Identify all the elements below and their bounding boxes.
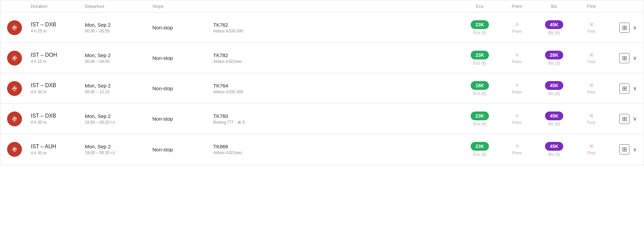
header-logo-col [7,4,31,9]
departure-time: 18:50 – 00:20 +1 [85,120,152,125]
departure-date: Mon, Sep 2 [85,52,152,58]
biz-fare-cell[interactable]: 45K Biz (3) [536,142,573,157]
route-duration: 4 h 30 m [31,151,85,155]
aircraft-type: Airbus A321neo · [213,59,461,64]
stops-cell: Non-stop [152,147,213,152]
eco-fare-cell[interactable]: 18K Eco (6) [461,81,498,96]
eco-label: Eco (6) [473,91,487,96]
aircraft-type: Airbus A330-300 [213,29,461,33]
first-fare-cell: ✕ First [573,22,610,34]
eco-label: Eco (6) [473,152,487,157]
eco-label: Eco (6) [473,122,487,126]
flight-details: TK762 Airbus A330-300 [213,22,461,33]
first-label: First [587,29,595,34]
flight-details: TK782 Airbus A321neo · [213,52,461,64]
expand-button[interactable]: ⊞ [619,53,629,63]
route-info: IST – AUH 4 h 30 m [31,144,85,155]
biz-badge[interactable]: 45K [545,20,563,29]
eco-fare-cell[interactable]: 23K Eco (6) [461,51,498,66]
route-info: IST – DOH 4 h 15 m [31,52,85,64]
table-row: IST – DXB 4 h 30 m Mon, Sep 2 06:45 – 12… [0,73,644,104]
prem-fare-cell: ✕ Prem [498,143,536,155]
table-row: IST – AUH 4 h 30 m Mon, Sep 2 19:00 – 00… [0,134,644,165]
actions-cell: ⊞ ∨ [610,53,637,63]
chevron-down-button[interactable]: ∨ [633,116,637,122]
prem-fare-cell: ✕ Prem [498,22,536,34]
svg-point-9 [14,147,16,149]
eco-badge[interactable]: 23K [471,111,489,120]
biz-fare-cell[interactable]: 28K Biz (3) [536,51,573,66]
svg-point-5 [14,86,16,88]
route-code: IST – DXB [31,22,85,28]
eco-fare-cell[interactable]: 23K Eco (6) [461,142,498,157]
stops-cell: Non-stop [152,55,213,61]
flight-number: TK868 [213,144,461,149]
header-duration: Duration [31,4,85,9]
chevron-down-button[interactable]: ∨ [633,24,637,31]
chevron-down-button[interactable]: ∨ [633,85,637,92]
biz-label: Biz (6) [548,91,560,96]
eco-fare-cell[interactable]: 23K Eco (6) [461,111,498,126]
biz-fare-cell[interactable]: 45K Biz (6) [536,20,573,35]
departure-info: Mon, Sep 2 00:40 – 04:55 [85,52,152,64]
actions-cell: ⊞ ∨ [610,83,637,94]
route-code: IST – DXB [31,113,85,119]
eco-badge[interactable]: 23K [471,51,489,59]
chevron-down-button[interactable]: ∨ [633,146,637,153]
airline-logo [7,51,31,66]
biz-badge[interactable]: 45K [545,81,563,90]
first-label: First [587,120,595,125]
table-header: Duration Departure Stops Eco Prem Biz Fi… [0,0,644,13]
expand-button[interactable]: ⊞ [619,23,629,33]
next-day-badge: +1 [109,151,115,155]
next-day-badge: +1 [109,120,115,124]
flights-table: Duration Departure Stops Eco Prem Biz Fi… [0,0,644,165]
prem-unavailable-icon: ✕ [515,82,520,89]
stops-cell: Non-stop [152,85,213,91]
first-fare-cell: ✕ First [573,113,610,125]
prem-fare-cell: ✕ Prem [498,113,536,125]
eco-badge[interactable]: 23K [471,20,489,29]
actions-cell: ⊞ ∨ [610,23,637,33]
eco-fare-cell[interactable]: 23K Eco (6) [461,20,498,35]
flight-details: TK764 Airbus A330-300 [213,83,461,94]
stops-cell: Non-stop [152,25,213,30]
prem-unavailable-icon: ✕ [515,143,520,149]
first-fare-cell: ✕ First [573,143,610,155]
departure-info: Mon, Sep 2 00:30 – 05:55 [85,22,152,33]
biz-fare-cell[interactable]: 45K Biz (6) [536,111,573,126]
biz-badge[interactable]: 45K [545,111,563,120]
flight-details: TK760 Boeing 777 · 🖥 S [213,113,461,125]
expand-button[interactable]: ⊞ [619,144,629,154]
header-first: First [573,4,610,9]
expand-button[interactable]: ⊞ [619,114,629,124]
biz-fare-cell[interactable]: 45K Biz (6) [536,81,573,96]
airline-logo [7,20,31,35]
departure-info: Mon, Sep 2 19:00 – 00:30 +1 [85,144,152,155]
biz-badge[interactable]: 45K [545,142,563,151]
eco-badge[interactable]: 18K [471,81,489,90]
flight-number: TK762 [213,22,461,28]
header-flight-col [213,4,461,9]
chevron-down-button[interactable]: ∨ [633,55,637,61]
aircraft-type: Boeing 777 · 🖥 S [213,120,461,125]
header-stops: Stops [152,4,213,9]
flight-number: TK760 [213,113,461,119]
biz-label: Biz (6) [548,122,560,126]
prem-unavailable-icon: ✕ [515,22,520,28]
eco-label: Eco (6) [473,30,487,35]
first-unavailable-icon: ✕ [589,22,594,28]
eco-badge[interactable]: 23K [471,142,489,151]
route-code: IST – DXB [31,82,85,89]
flight-details: TK868 Airbus A321neo · [213,144,461,155]
prem-label: Prem [512,90,522,95]
first-fare-cell: ✕ First [573,82,610,95]
departure-date: Mon, Sep 2 [85,113,152,119]
biz-label: Biz (3) [548,61,560,66]
prem-label: Prem [512,120,522,125]
header-actions-col [610,4,637,9]
expand-button[interactable]: ⊞ [619,83,629,94]
first-unavailable-icon: ✕ [589,52,594,58]
biz-badge[interactable]: 28K [545,51,563,59]
flights-body: IST – DXB 4 h 25 m Mon, Sep 2 00:30 – 05… [0,13,644,165]
